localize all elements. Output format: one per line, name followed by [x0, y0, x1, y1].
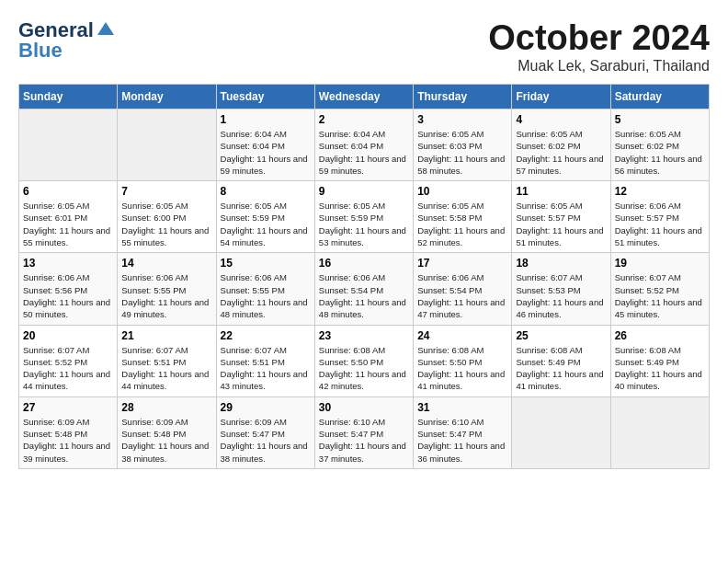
weekday-header-row: SundayMondayTuesdayWednesdayThursdayFrid… [19, 85, 710, 109]
day-number: 26 [615, 329, 705, 342]
day-number: 11 [516, 185, 606, 198]
calendar-cell: 23Sunrise: 6:08 AM Sunset: 5:50 PM Dayli… [314, 325, 413, 396]
calendar-cell: 19Sunrise: 6:07 AM Sunset: 5:52 PM Dayli… [610, 253, 709, 325]
day-info: Sunrise: 6:05 AM Sunset: 6:02 PM Dayligh… [516, 128, 606, 177]
day-info: Sunrise: 6:07 AM Sunset: 5:52 PM Dayligh… [23, 344, 113, 393]
calendar-week-row: 27Sunrise: 6:09 AM Sunset: 5:48 PM Dayli… [19, 396, 710, 468]
calendar-cell [19, 109, 118, 181]
logo: General Blue [18, 18, 114, 63]
day-info: Sunrise: 6:05 AM Sunset: 6:01 PM Dayligh… [23, 200, 113, 248]
calendar-week-row: 6Sunrise: 6:05 AM Sunset: 6:01 PM Daylig… [19, 181, 710, 253]
day-number: 21 [121, 329, 211, 342]
day-info: Sunrise: 6:07 AM Sunset: 5:53 PM Dayligh… [516, 271, 606, 320]
day-number: 1 [221, 113, 311, 126]
day-info: Sunrise: 6:08 AM Sunset: 5:49 PM Dayligh… [516, 344, 606, 393]
day-number: 5 [615, 113, 705, 126]
day-info: Sunrise: 6:05 AM Sunset: 6:02 PM Dayligh… [615, 128, 705, 177]
day-number: 7 [121, 185, 211, 198]
day-number: 9 [319, 185, 409, 198]
day-info: Sunrise: 6:08 AM Sunset: 5:49 PM Dayligh… [615, 344, 705, 393]
weekday-monday: Monday [118, 85, 216, 109]
calendar-cell: 16Sunrise: 6:06 AM Sunset: 5:54 PM Dayli… [314, 253, 413, 325]
day-number: 18 [516, 257, 606, 270]
calendar-cell: 11Sunrise: 6:05 AM Sunset: 5:57 PM Dayli… [512, 181, 610, 253]
calendar-cell: 15Sunrise: 6:06 AM Sunset: 5:55 PM Dayli… [216, 253, 314, 325]
day-info: Sunrise: 6:06 AM Sunset: 5:56 PM Dayligh… [23, 271, 113, 320]
day-number: 14 [121, 257, 211, 270]
day-number: 3 [417, 113, 507, 126]
calendar-cell: 31Sunrise: 6:10 AM Sunset: 5:47 PM Dayli… [414, 396, 512, 468]
day-number: 17 [417, 257, 507, 270]
calendar-week-row: 20Sunrise: 6:07 AM Sunset: 5:52 PM Dayli… [19, 325, 710, 396]
day-info: Sunrise: 6:06 AM Sunset: 5:57 PM Dayligh… [615, 200, 705, 248]
day-info: Sunrise: 6:06 AM Sunset: 5:54 PM Dayligh… [319, 271, 409, 320]
calendar-cell: 12Sunrise: 6:06 AM Sunset: 5:57 PM Dayli… [610, 181, 709, 253]
day-number: 4 [516, 113, 606, 126]
day-number: 28 [121, 401, 211, 414]
weekday-wednesday: Wednesday [314, 85, 413, 109]
calendar-cell: 21Sunrise: 6:07 AM Sunset: 5:51 PM Dayli… [118, 325, 216, 396]
day-number: 30 [319, 401, 409, 414]
day-info: Sunrise: 6:10 AM Sunset: 5:47 PM Dayligh… [319, 416, 409, 465]
calendar-cell: 7Sunrise: 6:05 AM Sunset: 6:00 PM Daylig… [118, 181, 216, 253]
calendar-cell [512, 396, 610, 468]
day-info: Sunrise: 6:05 AM Sunset: 6:03 PM Dayligh… [417, 128, 507, 177]
day-number: 2 [319, 113, 409, 126]
day-number: 13 [23, 257, 113, 270]
day-info: Sunrise: 6:05 AM Sunset: 5:59 PM Dayligh… [319, 200, 409, 248]
location-title: Muak Lek, Saraburi, Thailand [488, 58, 710, 75]
day-number: 31 [417, 401, 507, 414]
calendar-table: SundayMondayTuesdayWednesdayThursdayFrid… [18, 84, 710, 469]
calendar-week-row: 13Sunrise: 6:06 AM Sunset: 5:56 PM Dayli… [19, 253, 710, 325]
day-number: 12 [615, 185, 705, 198]
calendar-cell: 20Sunrise: 6:07 AM Sunset: 5:52 PM Dayli… [19, 325, 118, 396]
weekday-tuesday: Tuesday [216, 85, 314, 109]
day-number: 22 [221, 329, 311, 342]
calendar-cell: 2Sunrise: 6:04 AM Sunset: 6:04 PM Daylig… [314, 109, 413, 181]
calendar-cell: 14Sunrise: 6:06 AM Sunset: 5:55 PM Dayli… [118, 253, 216, 325]
day-info: Sunrise: 6:06 AM Sunset: 5:55 PM Dayligh… [221, 271, 311, 320]
day-info: Sunrise: 6:07 AM Sunset: 5:51 PM Dayligh… [121, 344, 211, 393]
weekday-sunday: Sunday [19, 85, 118, 109]
calendar-cell: 8Sunrise: 6:05 AM Sunset: 5:59 PM Daylig… [216, 181, 314, 253]
day-info: Sunrise: 6:06 AM Sunset: 5:54 PM Dayligh… [417, 271, 507, 320]
calendar-cell [118, 109, 216, 181]
weekday-saturday: Saturday [610, 85, 709, 109]
calendar-cell: 24Sunrise: 6:08 AM Sunset: 5:50 PM Dayli… [414, 325, 512, 396]
calendar-cell: 28Sunrise: 6:09 AM Sunset: 5:48 PM Dayli… [118, 396, 216, 468]
calendar-cell: 26Sunrise: 6:08 AM Sunset: 5:49 PM Dayli… [610, 325, 709, 396]
day-info: Sunrise: 6:09 AM Sunset: 5:48 PM Dayligh… [23, 416, 113, 465]
day-number: 27 [23, 401, 113, 414]
day-info: Sunrise: 6:09 AM Sunset: 5:47 PM Dayligh… [221, 416, 311, 465]
page-header: General Blue October 2024 Muak Lek, Sara… [18, 18, 710, 75]
day-info: Sunrise: 6:05 AM Sunset: 5:58 PM Dayligh… [417, 200, 507, 248]
weekday-friday: Friday [512, 85, 610, 109]
day-info: Sunrise: 6:06 AM Sunset: 5:55 PM Dayligh… [121, 271, 211, 320]
calendar-week-row: 1Sunrise: 6:04 AM Sunset: 6:04 PM Daylig… [19, 109, 710, 181]
day-number: 25 [516, 329, 606, 342]
title-block: October 2024 Muak Lek, Saraburi, Thailan… [488, 18, 710, 75]
calendar-cell [610, 396, 709, 468]
day-info: Sunrise: 6:07 AM Sunset: 5:51 PM Dayligh… [221, 344, 311, 393]
weekday-thursday: Thursday [414, 85, 512, 109]
day-info: Sunrise: 6:07 AM Sunset: 5:52 PM Dayligh… [615, 271, 705, 320]
calendar-cell: 29Sunrise: 6:09 AM Sunset: 5:47 PM Dayli… [216, 396, 314, 468]
day-number: 24 [417, 329, 507, 342]
day-number: 8 [221, 185, 311, 198]
month-title: October 2024 [488, 18, 710, 58]
day-number: 19 [615, 257, 705, 270]
calendar-cell: 25Sunrise: 6:08 AM Sunset: 5:49 PM Dayli… [512, 325, 610, 396]
logo-blue: Blue [18, 39, 63, 63]
day-info: Sunrise: 6:09 AM Sunset: 5:48 PM Dayligh… [121, 416, 211, 465]
calendar-cell: 30Sunrise: 6:10 AM Sunset: 5:47 PM Dayli… [314, 396, 413, 468]
calendar-cell: 17Sunrise: 6:06 AM Sunset: 5:54 PM Dayli… [414, 253, 512, 325]
day-info: Sunrise: 6:04 AM Sunset: 6:04 PM Dayligh… [319, 128, 409, 177]
calendar-cell: 4Sunrise: 6:05 AM Sunset: 6:02 PM Daylig… [512, 109, 610, 181]
day-number: 16 [319, 257, 409, 270]
day-number: 29 [221, 401, 311, 414]
calendar-cell: 18Sunrise: 6:07 AM Sunset: 5:53 PM Dayli… [512, 253, 610, 325]
day-info: Sunrise: 6:05 AM Sunset: 5:57 PM Dayligh… [516, 200, 606, 248]
calendar-cell: 13Sunrise: 6:06 AM Sunset: 5:56 PM Dayli… [19, 253, 118, 325]
day-info: Sunrise: 6:04 AM Sunset: 6:04 PM Dayligh… [221, 128, 311, 177]
calendar-cell: 27Sunrise: 6:09 AM Sunset: 5:48 PM Dayli… [19, 396, 118, 468]
